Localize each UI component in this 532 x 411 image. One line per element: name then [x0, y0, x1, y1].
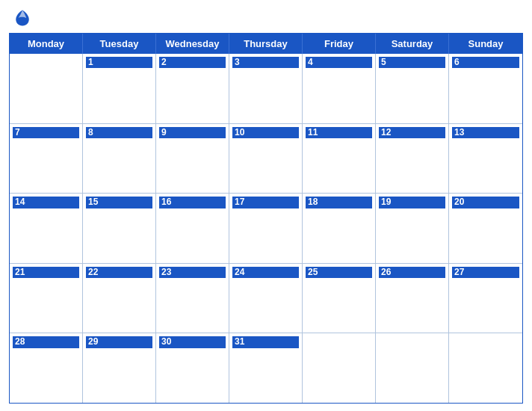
day-number: 18	[306, 197, 372, 208]
day-cell: 16	[156, 194, 229, 263]
day-cell: 12	[376, 124, 449, 194]
day-cell: 1	[83, 54, 156, 123]
day-number: 13	[452, 127, 519, 138]
day-cell: 27	[449, 264, 522, 333]
weeks-container: 1234567891011121314151617181920212223242…	[10, 54, 522, 403]
day-number: 24	[232, 267, 299, 278]
day-cell: 3	[229, 54, 303, 123]
day-cell: 31	[229, 333, 303, 403]
day-number: 1	[86, 57, 152, 68]
day-number: 14	[13, 197, 79, 208]
logo-icon	[12, 7, 33, 28]
day-number: 30	[159, 336, 226, 347]
day-header-tuesday: Tuesday	[83, 34, 156, 54]
day-number: 29	[86, 336, 152, 347]
day-cell: 9	[156, 124, 229, 194]
logo	[12, 7, 36, 28]
day-cell: 20	[449, 194, 522, 263]
page-header	[9, 7, 523, 28]
day-cell: 14	[10, 194, 83, 263]
day-cell: 21	[10, 264, 83, 333]
day-number: 16	[159, 197, 226, 208]
day-number: 23	[159, 267, 226, 278]
day-cell: 5	[376, 54, 449, 123]
day-cell: 8	[83, 124, 156, 194]
day-number: 27	[452, 267, 519, 278]
day-cell: 17	[229, 194, 303, 263]
day-cell: 4	[303, 54, 376, 123]
day-cell	[10, 54, 83, 123]
day-number: 8	[86, 127, 152, 138]
calendar-page: MondayTuesdayWednesdayThursdayFridaySatu…	[0, 0, 532, 411]
day-number: 2	[159, 57, 226, 68]
day-number: 22	[86, 267, 152, 278]
day-cell: 13	[449, 124, 522, 194]
day-header-sunday: Sunday	[449, 34, 522, 54]
day-number: 7	[13, 127, 79, 138]
day-cell: 7	[10, 124, 83, 194]
week-row-3: 14151617181920	[10, 193, 522, 263]
day-header-saturday: Saturday	[376, 34, 449, 54]
day-header-friday: Friday	[303, 34, 376, 54]
week-row-2: 78910111213	[10, 123, 522, 194]
day-number: 25	[306, 267, 372, 278]
day-cell: 28	[10, 333, 83, 403]
day-cell: 24	[229, 264, 303, 333]
day-header-thursday: Thursday	[229, 34, 303, 54]
day-cell: 15	[83, 194, 156, 263]
day-cell	[449, 333, 522, 403]
day-cell: 22	[83, 264, 156, 333]
day-number: 12	[379, 127, 445, 138]
day-cell: 10	[229, 124, 303, 194]
day-number: 15	[86, 197, 152, 208]
day-cell: 30	[156, 333, 229, 403]
day-number: 4	[306, 57, 372, 68]
day-number: 3	[232, 57, 299, 68]
day-header-wednesday: Wednesday	[156, 34, 229, 54]
day-number: 6	[452, 57, 519, 68]
day-cell: 29	[83, 333, 156, 403]
day-cell: 23	[156, 264, 229, 333]
day-number: 31	[232, 336, 299, 347]
day-number: 19	[379, 197, 445, 208]
day-headers-row: MondayTuesdayWednesdayThursdayFridaySatu…	[10, 34, 522, 54]
day-cell: 25	[303, 264, 376, 333]
day-cell: 19	[376, 194, 449, 263]
day-number: 11	[306, 127, 372, 138]
day-number: 21	[13, 267, 79, 278]
day-number: 26	[379, 267, 445, 278]
day-number: 5	[379, 57, 445, 68]
day-cell: 2	[156, 54, 229, 123]
day-cell: 18	[303, 194, 376, 263]
week-row-5: 28293031	[10, 333, 522, 403]
day-cell: 26	[376, 264, 449, 333]
day-cell: 11	[303, 124, 376, 194]
calendar-grid: MondayTuesdayWednesdayThursdayFridaySatu…	[9, 33, 523, 404]
day-cell	[303, 333, 376, 403]
week-row-1: 123456	[10, 54, 522, 123]
day-number: 28	[13, 336, 79, 347]
day-number: 20	[452, 197, 519, 208]
day-cell	[376, 333, 449, 403]
day-header-monday: Monday	[10, 34, 83, 54]
day-cell: 6	[449, 54, 522, 123]
day-number: 17	[232, 197, 299, 208]
week-row-4: 21222324252627	[10, 263, 522, 333]
day-number: 9	[159, 127, 226, 138]
day-number: 10	[232, 127, 299, 138]
